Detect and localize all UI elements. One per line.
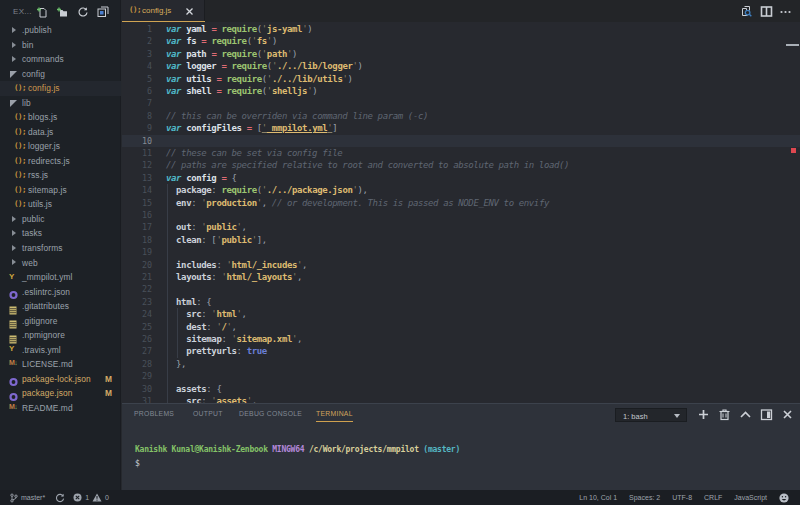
code-line-21[interactable]: 21 layouts: 'html/_layouts',	[122, 271, 800, 283]
status-spaces-2[interactable]: Spaces: 2	[629, 494, 660, 501]
tree-file-blogs-js[interactable]: ();blogs.js	[0, 110, 121, 125]
new-folder-icon[interactable]	[56, 6, 68, 18]
status-crlf[interactable]: CRLF	[704, 494, 722, 501]
terminal-output[interactable]: Kanishk Kunal@Kanishk-Zenbook MINGW64 /c…	[135, 429, 460, 471]
code-line-2[interactable]: 2var fs = require('fs')	[122, 35, 800, 47]
tree-file--gitignore[interactable]: .gitignore	[0, 313, 121, 328]
panel-tab-problems[interactable]: PROBLEMS	[134, 410, 174, 417]
code-line-18[interactable]: 18 clean: ['public'],	[122, 234, 800, 246]
tree-folder-bin[interactable]: bin	[0, 38, 121, 53]
code-line-23[interactable]: 23 html: {	[122, 296, 800, 308]
code-editor[interactable]: 1var yaml = require('js-yaml')2var fs = …	[122, 22, 800, 403]
status-error-1[interactable]: 1	[73, 493, 89, 502]
code-line-17[interactable]: 17 out: 'public',	[122, 221, 800, 233]
code-line-24[interactable]: 24 src: 'html',	[122, 308, 800, 320]
tree-file-rss-js[interactable]: ();rss.js	[0, 168, 121, 183]
tree-file-config-js[interactable]: ();config.js	[0, 81, 121, 96]
code-line-22[interactable]: 22	[122, 283, 800, 295]
tree-file-sitemap-js[interactable]: ();sitemap.js	[0, 183, 121, 198]
status-ln-10-col-1[interactable]: Ln 10, Col 1	[579, 494, 617, 501]
tree-folder-lib[interactable]: lib	[0, 96, 121, 111]
tab-config-js[interactable]: (); config.js	[122, 0, 205, 22]
close-panel-icon[interactable]	[780, 407, 795, 422]
tab-close-icon[interactable]	[185, 7, 194, 16]
code-text: dest: '/',	[166, 321, 237, 333]
status-git-branch-master[interactable]: master*	[10, 493, 45, 503]
code-line-26[interactable]: 26 sitemap: 'sitemap.xml',	[122, 333, 800, 345]
code-line-10[interactable]: 10	[122, 135, 800, 147]
open-preview-icon[interactable]	[740, 5, 753, 18]
tree-folder-web[interactable]: web	[0, 255, 121, 270]
feedback-smiley-icon[interactable]	[779, 493, 789, 503]
code-line-14[interactable]: 14 package: require('./../package.json')…	[122, 184, 800, 196]
line-number: 28	[122, 358, 152, 370]
more-actions-icon[interactable]	[779, 5, 792, 18]
code-line-8[interactable]: 8// this can be overriden via command li…	[122, 110, 800, 122]
code-line-19[interactable]: 19	[122, 246, 800, 258]
tree-item-label: package.json	[22, 388, 73, 398]
code-line-20[interactable]: 20 includes: 'html/_incudes',	[122, 259, 800, 271]
status-utf-8[interactable]: UTF-8	[672, 494, 692, 501]
code-line-29[interactable]: 29	[122, 370, 800, 382]
tree-file-utils-js[interactable]: ();utils.js	[0, 197, 121, 212]
tree-file--npmignore[interactable]: .npmignore	[0, 328, 121, 343]
tree-file-logger-js[interactable]: ();logger.js	[0, 139, 121, 154]
code-line-5[interactable]: 5var utils = require('./../lib/utils')	[122, 73, 800, 85]
code-line-30[interactable]: 30 assets: {	[122, 383, 800, 395]
tree-file-data-js[interactable]: ();data.js	[0, 125, 121, 140]
code-line-27[interactable]: 27 prettyurls: true	[122, 345, 800, 357]
tree-file-redirects-js[interactable]: ();redirects.js	[0, 154, 121, 169]
code-line-13[interactable]: 13var config = {	[122, 172, 800, 184]
code-text: src: 'html',	[166, 308, 247, 320]
tree-file-license-md[interactable]: M↓LICENSE.md	[0, 357, 121, 372]
status-javascript[interactable]: JavaScript	[734, 494, 767, 501]
line-number: 2	[122, 35, 152, 47]
toggle-panel-position-icon[interactable]	[759, 407, 774, 422]
tree-file--travis-yml[interactable]: Y.travis.yml	[0, 342, 121, 357]
tree-file-package-json[interactable]: package.jsonM	[0, 386, 121, 401]
new-terminal-icon[interactable]	[696, 407, 711, 422]
code-line-4[interactable]: 4var logger = require('./../lib/logger')	[122, 60, 800, 72]
line-number: 22	[122, 283, 152, 295]
terminal-select[interactable]: 1: bash	[615, 408, 687, 423]
split-editor-icon[interactable]	[760, 5, 773, 18]
refresh-icon[interactable]	[77, 6, 89, 18]
panel-tab-debug-console[interactable]: DEBUG CONSOLE	[239, 410, 302, 417]
explorer-title: EX...	[13, 7, 32, 16]
tree-file--mmpilot-yml[interactable]: Y_mmpilot.yml	[0, 270, 121, 285]
tree-folder-config[interactable]: config	[0, 67, 121, 82]
maximize-panel-icon[interactable]	[738, 407, 753, 422]
tree-folder-transforms[interactable]: transforms	[0, 241, 121, 256]
code-line-7[interactable]: 7	[122, 97, 800, 109]
code-text: var config = {	[166, 172, 237, 184]
tree-file--eslintrc-json[interactable]: .eslintrc.json	[0, 284, 121, 299]
kill-terminal-icon[interactable]	[717, 407, 732, 422]
code-line-3[interactable]: 3var path = require('path')	[122, 48, 800, 60]
tree-item-label: .gitattributes	[22, 301, 69, 311]
tree-file--gitattributes[interactable]: .gitattributes	[0, 299, 121, 314]
tree-folder-commands[interactable]: commands	[0, 52, 121, 67]
status-sync[interactable]	[55, 493, 65, 503]
code-line-6[interactable]: 6var shell = require('shelljs')	[122, 85, 800, 97]
tree-file-readme-md[interactable]: M↓README.md	[0, 401, 121, 416]
panel-tab-output[interactable]: OUTPUT	[193, 410, 223, 417]
new-file-icon[interactable]	[36, 6, 48, 18]
code-line-11[interactable]: 11// these can be set via config file	[122, 147, 800, 159]
code-line-31[interactable]: 31 src: 'assets',	[122, 395, 800, 403]
tree-folder-tasks[interactable]: tasks	[0, 226, 121, 241]
code-line-28[interactable]: 28 },	[122, 358, 800, 370]
collapse-all-icon[interactable]	[97, 6, 109, 18]
status-warning-0[interactable]: 0	[92, 493, 109, 502]
panel-tab-terminal[interactable]: TERMINAL	[316, 410, 353, 417]
code-line-16[interactable]: 16	[122, 209, 800, 221]
code-line-1[interactable]: 1var yaml = require('js-yaml')	[122, 23, 800, 35]
tree-folder--publish[interactable]: .publish	[0, 23, 121, 38]
code-line-15[interactable]: 15 env: 'production', // or development.…	[122, 197, 800, 209]
line-number: 19	[122, 246, 152, 258]
code-line-12[interactable]: 12// paths are specified relative to roo…	[122, 159, 800, 171]
tree-folder-public[interactable]: public	[0, 212, 121, 227]
chevron-collapsed-icon	[12, 27, 16, 33]
code-line-9[interactable]: 9var configFiles = ['_mmpilot.yml']	[122, 122, 800, 134]
tree-file-package-lock-json[interactable]: package-lock.jsonM	[0, 371, 121, 386]
code-line-25[interactable]: 25 dest: '/',	[122, 321, 800, 333]
